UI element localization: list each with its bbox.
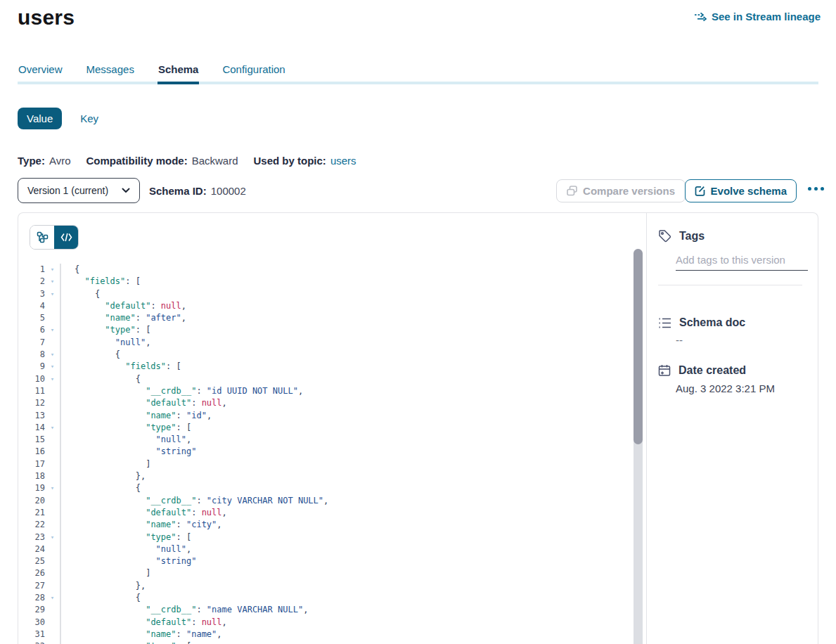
fold-spacer xyxy=(45,470,60,482)
line-number: 15 xyxy=(18,434,45,446)
code-text: ] xyxy=(60,567,646,579)
fold-spacer xyxy=(45,495,60,507)
tags-title: Tags xyxy=(679,230,705,243)
fold-toggle-icon[interactable]: ▾ xyxy=(45,422,60,434)
tab-overview[interactable]: Overview xyxy=(18,62,63,82)
topic-link[interactable]: users xyxy=(330,155,356,167)
code-text: { xyxy=(60,482,646,494)
view-mode-toggle xyxy=(30,225,79,250)
fold-toggle-icon[interactable]: ▾ xyxy=(45,373,60,385)
line-number: 2 xyxy=(18,276,45,288)
line-number: 9 xyxy=(18,361,45,373)
code-line: 22 "name": "city", xyxy=(18,519,646,531)
tab-configuration[interactable]: Configuration xyxy=(221,62,285,82)
fold-spacer xyxy=(45,617,60,629)
fold-spacer xyxy=(45,543,60,555)
code-line: 20 "__crdb__": "city VARCHAR NOT NULL", xyxy=(18,495,646,507)
code-line: 25 "string" xyxy=(18,555,646,567)
line-number: 7 xyxy=(18,337,45,349)
fold-toggle-icon[interactable]: ▾ xyxy=(45,349,60,361)
stream-lineage-link[interactable]: See in Stream lineage xyxy=(694,11,821,22)
code-text: "type": [ xyxy=(60,422,646,434)
line-number: 5 xyxy=(18,312,45,324)
schema-doc-title: Schema doc xyxy=(679,316,745,329)
fold-toggle-icon[interactable]: ▾ xyxy=(45,324,60,336)
line-number: 31 xyxy=(18,629,45,640)
schema-doc-section-header: Schema doc xyxy=(658,316,745,329)
compatibility-value: Backward xyxy=(192,155,238,167)
version-select[interactable]: Version 1 (current) xyxy=(18,178,140,203)
code-text: "name": "city", xyxy=(60,519,646,531)
code-text: "null", xyxy=(60,337,646,349)
code-text: "null", xyxy=(60,543,646,555)
code-text: "fields": [ xyxy=(60,276,646,288)
fold-spacer xyxy=(45,567,60,579)
code-view-button[interactable] xyxy=(54,226,78,249)
code-line: 3▾ { xyxy=(18,288,646,300)
version-bar: Version 1 (current) Schema ID: 100002 xyxy=(18,178,246,203)
fold-spacer xyxy=(45,629,60,640)
compare-versions-button[interactable]: Compare versions xyxy=(556,179,686,202)
schema-sidebar: Tags Schema doc -- Date created xyxy=(646,213,818,644)
value-toggle-button[interactable]: Value xyxy=(18,108,62,129)
code-text: "default": null, xyxy=(60,507,646,519)
fold-spacer xyxy=(45,410,60,422)
code-text: { xyxy=(60,264,646,276)
code-line: 30 "default": null, xyxy=(18,617,646,629)
list-icon xyxy=(658,317,671,329)
code-line: 8▾ { xyxy=(18,349,646,361)
fold-toggle-icon[interactable]: ▾ xyxy=(45,361,60,373)
line-number: 26 xyxy=(18,567,45,579)
tab-messages[interactable]: Messages xyxy=(86,62,135,82)
fold-toggle-icon[interactable]: ▾ xyxy=(45,288,60,300)
schema-code-editor[interactable]: 1▾{2▾ "fields": [3▾ {4 "default": null,5… xyxy=(18,258,646,644)
evolve-schema-button[interactable]: Evolve schema xyxy=(685,179,797,202)
line-number: 30 xyxy=(18,617,45,629)
calendar-icon xyxy=(658,364,671,377)
schema-doc-value: -- xyxy=(676,334,683,346)
code-line: 19▾ { xyxy=(18,482,646,494)
code-text: { xyxy=(60,373,646,385)
code-text: "type": [ xyxy=(60,532,646,543)
more-options-button[interactable] xyxy=(808,187,824,191)
fold-spacer xyxy=(45,397,60,409)
fold-toggle-icon[interactable]: ▾ xyxy=(45,482,60,494)
schema-id-label: Schema ID: xyxy=(149,185,207,197)
code-lines: 1▾{2▾ "fields": [3▾ {4 "default": null,5… xyxy=(18,264,646,644)
code-line: 11 "__crdb__": "id UUID NOT NULL", xyxy=(18,385,646,397)
date-created-title: Date created xyxy=(679,364,746,377)
fold-spacer xyxy=(45,580,60,592)
fold-spacer xyxy=(45,507,60,519)
line-number: 20 xyxy=(18,495,45,507)
line-number: 12 xyxy=(18,397,45,409)
editor-scrollbar-thumb[interactable] xyxy=(634,249,643,444)
fold-spacer xyxy=(45,337,60,349)
fold-toggle-icon[interactable]: ▾ xyxy=(45,264,60,276)
fold-toggle-icon[interactable]: ▾ xyxy=(45,532,60,543)
fold-toggle-icon[interactable]: ▾ xyxy=(45,640,60,644)
line-number: 27 xyxy=(18,580,45,592)
code-text: "type": [ xyxy=(60,640,646,644)
fold-toggle-icon[interactable]: ▾ xyxy=(45,276,60,288)
schema-meta-row: Type:Avro Compatibility mode:Backward Us… xyxy=(18,155,356,167)
type-label: Type: xyxy=(18,155,45,167)
fold-spacer xyxy=(45,312,60,324)
key-toggle-link[interactable]: Key xyxy=(80,112,98,124)
edit-icon xyxy=(695,186,705,196)
tab-schema[interactable]: Schema xyxy=(157,62,200,84)
line-number: 18 xyxy=(18,470,45,482)
line-number: 25 xyxy=(18,555,45,567)
tree-view-button[interactable] xyxy=(30,226,54,249)
fold-toggle-icon[interactable]: ▾ xyxy=(45,592,60,604)
code-text: }, xyxy=(60,580,646,592)
code-line: 6▾ "type": [ xyxy=(18,324,646,336)
date-created-section-header: Date created xyxy=(658,364,746,377)
line-number: 11 xyxy=(18,385,45,397)
code-line: 18 }, xyxy=(18,470,646,482)
code-line: 2▾ "fields": [ xyxy=(18,276,646,288)
code-text: "__crdb__": "city VARCHAR NOT NULL", xyxy=(60,495,646,507)
add-tags-input[interactable] xyxy=(676,252,808,271)
line-number: 23 xyxy=(18,532,45,543)
line-number: 22 xyxy=(18,519,45,531)
fold-spacer xyxy=(45,604,60,616)
